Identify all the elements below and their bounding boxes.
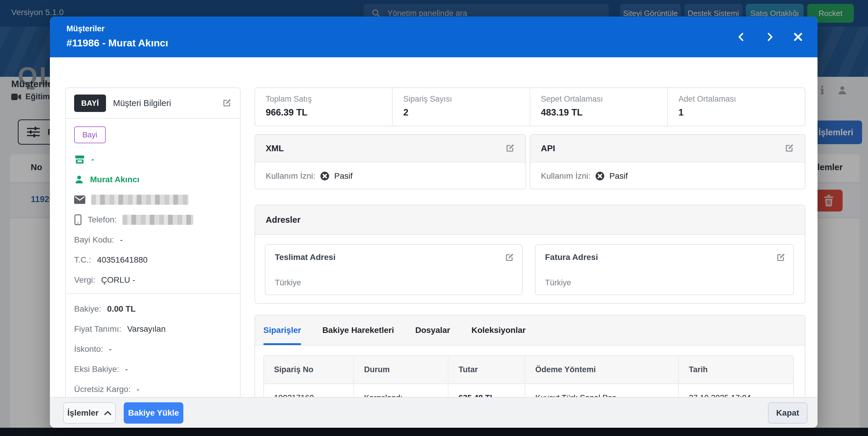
orders-col-no: Sipariş No — [264, 356, 354, 383]
field-value: - — [136, 385, 139, 394]
storefront-icon — [74, 154, 85, 165]
field-value: - — [109, 344, 112, 354]
person-icon — [74, 174, 84, 185]
orders-col-payment: Ödeme Yöntemi — [525, 356, 679, 383]
field-label: T.C.: — [74, 255, 91, 265]
order-payment: Kuveyt Türk Sanal Pos — [525, 384, 679, 397]
customer-name-link[interactable]: Murat Akıncı — [90, 175, 140, 184]
envelope-icon — [74, 195, 85, 204]
field-row: Ücretsiz Kargo:- — [74, 382, 233, 397]
store-row: - — [74, 152, 233, 167]
customer-type-badge: BAYİ — [74, 94, 106, 112]
customer-detail-modal: Müşteriler #11986 - Murat Akıncı BAYİ Mü… — [50, 17, 817, 428]
field-label: Vergi: — [74, 275, 95, 285]
field-value: 40351641880 — [97, 255, 148, 265]
divider — [66, 293, 241, 294]
orders-col-amount: Tutar — [448, 356, 525, 383]
field-value: 0.00 TL — [107, 304, 135, 314]
edit-api-icon[interactable] — [784, 143, 794, 153]
email-row — [74, 192, 233, 207]
phone-redacted — [123, 215, 193, 225]
tab-files[interactable]: Dosyalar — [415, 316, 450, 345]
load-balance-button[interactable]: Bakiye Yükle — [124, 402, 183, 424]
order-amount: 635.48 TL — [448, 384, 525, 397]
x-circle-icon — [595, 171, 604, 181]
orders-col-date: Tarih — [679, 356, 793, 383]
order-date: 27.10.2025 17:04 — [679, 384, 793, 397]
edit-billing-address-icon[interactable] — [776, 253, 786, 263]
orders-col-status: Durum — [354, 356, 448, 383]
chevron-up-icon — [104, 410, 112, 416]
prev-customer-button[interactable] — [735, 30, 748, 43]
tab-orders[interactable]: Siparişler — [264, 316, 301, 345]
modal-subtitle: #11986 - Murat Akıncı — [66, 37, 168, 49]
phone-row: Telefon: — [74, 212, 233, 227]
field-value: - — [125, 365, 128, 374]
xml-status: Pasif — [334, 171, 352, 181]
customer-card-title: Müşteri Bilgileri — [113, 98, 215, 108]
shipping-country: Türkiye — [275, 278, 301, 287]
addresses-title: Adresler — [255, 205, 805, 235]
x-circle-icon — [320, 171, 330, 181]
tabs-section: Siparişler Bakiye Hareketleri Dosyalar K… — [254, 315, 805, 397]
stat-basket-average: Sepet Ortalaması483.19 TL — [530, 88, 668, 126]
customer-group-tag: Bayi — [74, 126, 106, 143]
field-label: Bayi Kodu: — [74, 235, 114, 244]
addresses-section: Adresler Teslimat Adresi Türkiye Fatura … — [254, 205, 805, 304]
permission-label: Kullanım İzni: — [541, 171, 590, 181]
billing-address-card: Fatura Adresi Türkiye — [535, 244, 794, 295]
email-redacted — [91, 195, 189, 205]
field-row: Fiyat Tanımı:Varsayılan — [74, 322, 233, 337]
modal-title: Müşteriler — [66, 24, 104, 33]
edit-xml-icon[interactable] — [505, 143, 515, 153]
stat-order-count: Sipariş Sayısı2 — [393, 88, 530, 126]
field-value: Varsayılan — [127, 324, 166, 334]
shipping-address-card: Teslimat Adresi Türkiye — [265, 244, 523, 295]
stats-row: Toplam Satış966.39 TL Sipariş Sayısı2 Se… — [254, 87, 805, 126]
tab-balance-movements[interactable]: Bakiye Hareketleri — [322, 316, 394, 345]
modal-body: BAYİ Müşteri Bilgileri Bayi - — [50, 57, 817, 397]
field-value: - — [120, 235, 123, 244]
close-button[interactable]: Kapat — [768, 402, 807, 424]
close-icon[interactable] — [792, 30, 805, 43]
field-label: Ücretsiz Kargo: — [74, 385, 130, 394]
xml-card: XML Kullanım İzni: Pasif — [254, 134, 526, 190]
modal-footer: İşlemler Bakiye Yükle Kapat — [50, 397, 817, 428]
field-row: Bayi Kodu:- — [74, 232, 233, 247]
orders-header-row: Sipariş No Durum Tutar Ödeme Yöntemi Tar… — [264, 356, 793, 384]
api-card: API Kullanım İzni: Pasif — [530, 134, 805, 190]
field-row: Bakiye:0.00 TL — [74, 301, 233, 316]
billing-country: Türkiye — [545, 278, 571, 287]
phone-label: Telefon: — [88, 215, 117, 225]
modal-header: Müşteriler #11986 - Murat Akıncı — [50, 17, 817, 57]
orders-table: Sipariş No Durum Tutar Ödeme Yöntemi Tar… — [264, 355, 794, 397]
next-customer-button[interactable] — [763, 30, 776, 43]
customer-name-row: Murat Akıncı — [74, 172, 233, 187]
field-row: T.C.:40351641880 — [74, 253, 233, 267]
tab-collections[interactable]: Koleksiyonlar — [471, 316, 526, 345]
order-row[interactable]: 190217160 Kargolandı 635.48 TL Kuveyt Tü… — [264, 384, 793, 397]
customer-info-card: BAYİ Müşteri Bilgileri Bayi - — [65, 87, 241, 397]
api-status: Pasif — [609, 171, 628, 181]
store-value: - — [91, 155, 94, 164]
actions-dropdown-button[interactable]: İşlemler — [63, 402, 116, 424]
stat-total-sales: Toplam Satış966.39 TL — [255, 88, 393, 126]
field-row: Vergi:ÇORLU - — [74, 273, 233, 287]
edit-customer-icon[interactable] — [222, 98, 232, 108]
field-value: ÇORLU - — [101, 275, 135, 285]
tabs-bar: Siparişler Bakiye Hareketleri Dosyalar K… — [255, 316, 805, 346]
permission-label: Kullanım İzni: — [266, 171, 315, 181]
field-row: İskonto:- — [74, 342, 233, 356]
field-label: Fiyat Tanımı: — [74, 324, 121, 334]
edit-shipping-address-icon[interactable] — [504, 253, 514, 263]
order-no: 190217160 — [264, 384, 354, 397]
field-label: Bakiye: — [74, 304, 101, 314]
field-row: Eksi Bakiye:- — [74, 362, 233, 377]
mobile-phone-icon — [74, 214, 82, 225]
stat-quantity-average: Adet Ortalaması1 — [668, 88, 805, 126]
field-label: Eksi Bakiye: — [74, 365, 119, 374]
order-status: Kargolandı — [354, 384, 448, 397]
field-label: İskonto: — [74, 344, 103, 354]
